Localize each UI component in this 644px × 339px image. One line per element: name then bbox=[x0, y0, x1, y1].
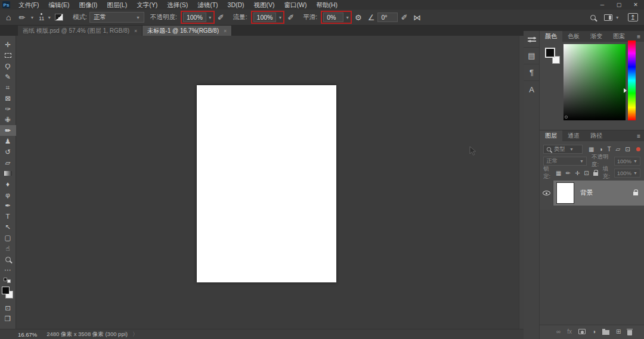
layer-row-background[interactable]: 背景 bbox=[540, 181, 644, 206]
filter-adjustment-layers-icon[interactable]: ◑ bbox=[599, 146, 602, 153]
brush-settings-panel-icon[interactable] bbox=[55, 14, 63, 21]
color-swatches[interactable] bbox=[0, 285, 16, 301]
filter-smart-objects-icon[interactable]: ⊡ bbox=[625, 146, 630, 153]
panel-color-swatches[interactable] bbox=[544, 46, 562, 67]
adjustment-layer-icon[interactable]: ◑ bbox=[592, 328, 596, 335]
layer-style-fx-icon[interactable]: fx bbox=[567, 328, 572, 335]
menu-file[interactable]: 文件(F) bbox=[14, 0, 44, 10]
add-layer-mask-icon[interactable] bbox=[578, 329, 586, 334]
lock-all-icon[interactable] bbox=[593, 172, 598, 176]
spot-healing-brush-tool[interactable]: ✙ bbox=[0, 114, 16, 125]
layer-visibility-toggle[interactable] bbox=[540, 181, 553, 206]
filter-shape-layers-icon[interactable]: ▱ bbox=[616, 146, 621, 153]
workspace-icon[interactable] bbox=[604, 14, 612, 21]
angle-field[interactable]: 0° bbox=[377, 13, 398, 22]
new-group-icon[interactable] bbox=[602, 330, 609, 335]
menu-view[interactable]: 视图(V) bbox=[249, 0, 280, 10]
pen-tool[interactable]: ✒ bbox=[0, 200, 16, 211]
type-tool[interactable]: T bbox=[0, 211, 16, 222]
tab-patterns[interactable]: 图案 bbox=[608, 31, 630, 42]
blur-tool[interactable]: ♦ bbox=[0, 179, 16, 189]
path-selection-tool[interactable]: ↖ bbox=[0, 222, 16, 232]
menu-type[interactable]: 文字(Y) bbox=[132, 0, 162, 10]
status-menu-arrow[interactable]: 〉 bbox=[132, 331, 138, 338]
document-tab-active[interactable]: 未标题-1 @ 16.7%(RGB/8) × bbox=[143, 26, 232, 36]
gradient-tool[interactable] bbox=[0, 168, 16, 179]
layer-blend-mode-select[interactable]: 正常 ▼ bbox=[543, 157, 587, 166]
minimize-button[interactable]: ─ bbox=[594, 0, 611, 10]
move-tool[interactable]: ✛ bbox=[0, 39, 16, 50]
pressure-size-icon[interactable]: ✐ bbox=[401, 13, 407, 22]
lasso-tool[interactable]: Ϙ bbox=[0, 61, 16, 71]
link-layers-icon[interactable]: ∞ bbox=[556, 328, 561, 335]
search-icon[interactable] bbox=[590, 15, 596, 20]
vertical-scrollbar[interactable] bbox=[519, 36, 524, 329]
quick-selection-tool[interactable]: ✎ bbox=[0, 71, 16, 82]
blend-mode-select[interactable]: 正常 ▼ bbox=[89, 12, 144, 23]
filter-type-layers-icon[interactable]: T bbox=[608, 146, 611, 153]
symmetry-icon[interactable]: ⋈ bbox=[413, 13, 421, 22]
menu-edit[interactable]: 编辑(E) bbox=[44, 0, 74, 10]
close-icon[interactable]: × bbox=[224, 28, 227, 34]
paragraph-panel-button[interactable]: ¶ bbox=[524, 64, 540, 81]
share-icon[interactable]: ↥ bbox=[628, 13, 638, 21]
tab-color[interactable]: 颜色 bbox=[540, 31, 562, 42]
menu-3d[interactable]: 3D(D) bbox=[223, 0, 249, 10]
menu-help[interactable]: 帮助(H) bbox=[312, 0, 343, 10]
character-panel-button[interactable]: A bbox=[524, 81, 540, 98]
layer-opacity-field[interactable]: 100% ▼ bbox=[614, 157, 640, 166]
swap-colors-icon[interactable] bbox=[0, 276, 16, 284]
layer-row-content[interactable]: 背景 bbox=[553, 181, 644, 206]
tab-channels[interactable]: 通道 bbox=[562, 130, 585, 141]
menu-layer[interactable]: 图层(L) bbox=[102, 0, 132, 10]
gear-icon[interactable]: ⚙ bbox=[355, 13, 362, 22]
panel-menu-icon[interactable]: ≡ bbox=[637, 33, 640, 40]
document-tab-inactive[interactable]: 画纸 模版.psd @ 57.4% (图层 1, RGB/8) × bbox=[18, 26, 143, 36]
smoothing-dropdown-arrow[interactable]: ▼ bbox=[345, 15, 349, 20]
screen-mode-button[interactable]: ❐ bbox=[0, 313, 16, 324]
shape-tool[interactable]: ▢ bbox=[0, 232, 16, 243]
layer-filter-select[interactable]: 类型 ▼ bbox=[543, 145, 583, 154]
rectangular-marquee-tool[interactable] bbox=[0, 50, 16, 61]
brush-tool[interactable]: ✏ bbox=[0, 125, 16, 136]
workspace-dropdown-arrow[interactable]: ▼ bbox=[615, 15, 620, 20]
brush-size-dropdown-arrow[interactable]: ▼ bbox=[47, 15, 51, 20]
tab-swatches[interactable]: 色板 bbox=[562, 31, 585, 42]
new-layer-icon[interactable]: ⊞ bbox=[616, 328, 621, 335]
filter-pixel-layers-icon[interactable]: ▦ bbox=[589, 146, 594, 153]
history-brush-tool[interactable]: ↺ bbox=[0, 147, 16, 157]
brush-size-picker[interactable]: 11 bbox=[39, 13, 44, 21]
home-icon[interactable]: ⌂ bbox=[6, 13, 11, 22]
eraser-tool[interactable]: ▱ bbox=[0, 157, 16, 168]
quick-mask-button[interactable]: ⊡ bbox=[0, 303, 16, 313]
tab-layers[interactable]: 图层 bbox=[540, 130, 562, 141]
lock-pixels-icon[interactable]: ✏ bbox=[566, 170, 571, 176]
hue-slider-arrow[interactable] bbox=[624, 88, 627, 93]
panel-menu-icon[interactable]: ≡ bbox=[637, 133, 640, 139]
maximize-button[interactable]: ▢ bbox=[611, 0, 627, 10]
pressure-opacity-icon[interactable]: ✐ bbox=[218, 13, 224, 22]
canvas-document[interactable] bbox=[197, 85, 336, 282]
hand-tool[interactable]: ☝ bbox=[0, 243, 16, 254]
layer-fill-field[interactable]: 100% ▼ bbox=[614, 169, 640, 178]
clone-stamp-tool[interactable]: ♟ bbox=[0, 136, 16, 147]
menu-image[interactable]: 图像(I) bbox=[74, 0, 102, 10]
brush-preset-dropdown-arrow[interactable]: ▼ bbox=[30, 15, 34, 20]
brush-preset-icon[interactable]: ✏ bbox=[18, 13, 25, 22]
foreground-color-swatch[interactable] bbox=[2, 287, 10, 294]
frame-tool[interactable]: ⊠ bbox=[0, 93, 16, 104]
opacity-field[interactable]: 100% bbox=[183, 13, 206, 22]
foreground-color-swatch[interactable] bbox=[545, 48, 555, 58]
flow-field[interactable]: 100% bbox=[253, 13, 277, 22]
color-marker[interactable] bbox=[565, 116, 568, 119]
opacity-dropdown-arrow[interactable]: ▼ bbox=[208, 15, 212, 20]
delete-layer-icon[interactable] bbox=[627, 330, 632, 335]
properties-panel-button[interactable] bbox=[524, 31, 540, 48]
lock-position-icon[interactable]: ✛ bbox=[575, 170, 580, 176]
lock-artboard-icon[interactable]: ⊡ bbox=[584, 170, 589, 176]
zoom-level-field[interactable]: 16.67% bbox=[18, 331, 37, 338]
close-icon[interactable]: × bbox=[134, 28, 137, 34]
edit-toolbar-button[interactable]: ⋯ bbox=[0, 265, 16, 275]
menu-window[interactable]: 窗口(W) bbox=[280, 0, 312, 10]
filter-toggle-icon[interactable] bbox=[636, 147, 640, 151]
